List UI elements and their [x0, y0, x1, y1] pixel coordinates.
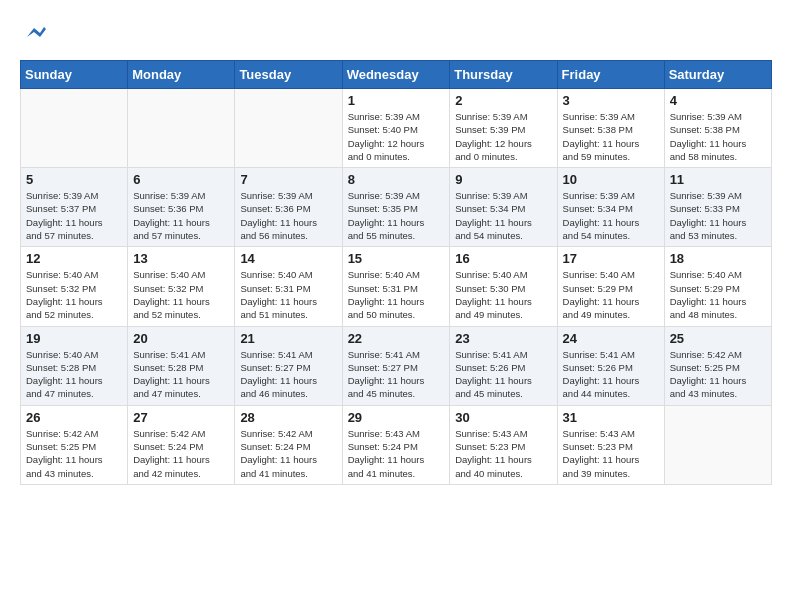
- day-info: Sunrise: 5:41 AM Sunset: 5:27 PM Dayligh…: [240, 348, 336, 401]
- day-info: Sunrise: 5:41 AM Sunset: 5:26 PM Dayligh…: [563, 348, 659, 401]
- calendar-cell: 20Sunrise: 5:41 AM Sunset: 5:28 PM Dayli…: [128, 326, 235, 405]
- calendar-cell: 5Sunrise: 5:39 AM Sunset: 5:37 PM Daylig…: [21, 168, 128, 247]
- calendar-cell: 2Sunrise: 5:39 AM Sunset: 5:39 PM Daylig…: [450, 89, 557, 168]
- day-number: 22: [348, 331, 445, 346]
- day-number: 30: [455, 410, 551, 425]
- calendar-cell: 18Sunrise: 5:40 AM Sunset: 5:29 PM Dayli…: [664, 247, 771, 326]
- day-number: 17: [563, 251, 659, 266]
- day-number: 31: [563, 410, 659, 425]
- day-number: 13: [133, 251, 229, 266]
- day-info: Sunrise: 5:39 AM Sunset: 5:36 PM Dayligh…: [133, 189, 229, 242]
- calendar-cell: 8Sunrise: 5:39 AM Sunset: 5:35 PM Daylig…: [342, 168, 450, 247]
- day-number: 27: [133, 410, 229, 425]
- calendar-cell: 19Sunrise: 5:40 AM Sunset: 5:28 PM Dayli…: [21, 326, 128, 405]
- calendar-cell: 26Sunrise: 5:42 AM Sunset: 5:25 PM Dayli…: [21, 405, 128, 484]
- calendar-cell: 21Sunrise: 5:41 AM Sunset: 5:27 PM Dayli…: [235, 326, 342, 405]
- logo-icon: [24, 20, 48, 44]
- calendar-cell: 23Sunrise: 5:41 AM Sunset: 5:26 PM Dayli…: [450, 326, 557, 405]
- calendar-week-row: 5Sunrise: 5:39 AM Sunset: 5:37 PM Daylig…: [21, 168, 772, 247]
- calendar-cell: 6Sunrise: 5:39 AM Sunset: 5:36 PM Daylig…: [128, 168, 235, 247]
- day-number: 29: [348, 410, 445, 425]
- day-info: Sunrise: 5:39 AM Sunset: 5:40 PM Dayligh…: [348, 110, 445, 163]
- calendar-week-row: 12Sunrise: 5:40 AM Sunset: 5:32 PM Dayli…: [21, 247, 772, 326]
- day-number: 8: [348, 172, 445, 187]
- day-info: Sunrise: 5:39 AM Sunset: 5:34 PM Dayligh…: [563, 189, 659, 242]
- day-info: Sunrise: 5:42 AM Sunset: 5:25 PM Dayligh…: [26, 427, 122, 480]
- day-info: Sunrise: 5:42 AM Sunset: 5:24 PM Dayligh…: [133, 427, 229, 480]
- day-number: 14: [240, 251, 336, 266]
- day-number: 28: [240, 410, 336, 425]
- column-header-friday: Friday: [557, 61, 664, 89]
- day-info: Sunrise: 5:40 AM Sunset: 5:31 PM Dayligh…: [348, 268, 445, 321]
- day-number: 10: [563, 172, 659, 187]
- calendar-cell: 15Sunrise: 5:40 AM Sunset: 5:31 PM Dayli…: [342, 247, 450, 326]
- calendar-cell: 13Sunrise: 5:40 AM Sunset: 5:32 PM Dayli…: [128, 247, 235, 326]
- page-header: [20, 20, 772, 44]
- calendar-cell: [128, 89, 235, 168]
- column-header-thursday: Thursday: [450, 61, 557, 89]
- day-info: Sunrise: 5:41 AM Sunset: 5:27 PM Dayligh…: [348, 348, 445, 401]
- calendar-cell: 4Sunrise: 5:39 AM Sunset: 5:38 PM Daylig…: [664, 89, 771, 168]
- calendar-cell: [664, 405, 771, 484]
- calendar-cell: 1Sunrise: 5:39 AM Sunset: 5:40 PM Daylig…: [342, 89, 450, 168]
- day-number: 1: [348, 93, 445, 108]
- day-info: Sunrise: 5:42 AM Sunset: 5:25 PM Dayligh…: [670, 348, 766, 401]
- logo: [20, 20, 48, 44]
- day-number: 11: [670, 172, 766, 187]
- day-info: Sunrise: 5:42 AM Sunset: 5:24 PM Dayligh…: [240, 427, 336, 480]
- calendar-cell: 24Sunrise: 5:41 AM Sunset: 5:26 PM Dayli…: [557, 326, 664, 405]
- calendar-cell: 29Sunrise: 5:43 AM Sunset: 5:24 PM Dayli…: [342, 405, 450, 484]
- calendar-cell: 11Sunrise: 5:39 AM Sunset: 5:33 PM Dayli…: [664, 168, 771, 247]
- day-number: 16: [455, 251, 551, 266]
- calendar-cell: 7Sunrise: 5:39 AM Sunset: 5:36 PM Daylig…: [235, 168, 342, 247]
- calendar-week-row: 19Sunrise: 5:40 AM Sunset: 5:28 PM Dayli…: [21, 326, 772, 405]
- column-header-wednesday: Wednesday: [342, 61, 450, 89]
- calendar-cell: 9Sunrise: 5:39 AM Sunset: 5:34 PM Daylig…: [450, 168, 557, 247]
- column-header-saturday: Saturday: [664, 61, 771, 89]
- calendar-cell: 28Sunrise: 5:42 AM Sunset: 5:24 PM Dayli…: [235, 405, 342, 484]
- day-info: Sunrise: 5:40 AM Sunset: 5:30 PM Dayligh…: [455, 268, 551, 321]
- day-info: Sunrise: 5:39 AM Sunset: 5:36 PM Dayligh…: [240, 189, 336, 242]
- day-number: 2: [455, 93, 551, 108]
- day-info: Sunrise: 5:39 AM Sunset: 5:37 PM Dayligh…: [26, 189, 122, 242]
- day-number: 18: [670, 251, 766, 266]
- calendar-header-row: SundayMondayTuesdayWednesdayThursdayFrid…: [21, 61, 772, 89]
- calendar-cell: 25Sunrise: 5:42 AM Sunset: 5:25 PM Dayli…: [664, 326, 771, 405]
- day-info: Sunrise: 5:43 AM Sunset: 5:24 PM Dayligh…: [348, 427, 445, 480]
- column-header-sunday: Sunday: [21, 61, 128, 89]
- day-number: 6: [133, 172, 229, 187]
- calendar-cell: 12Sunrise: 5:40 AM Sunset: 5:32 PM Dayli…: [21, 247, 128, 326]
- column-header-monday: Monday: [128, 61, 235, 89]
- day-info: Sunrise: 5:40 AM Sunset: 5:32 PM Dayligh…: [133, 268, 229, 321]
- day-number: 12: [26, 251, 122, 266]
- day-number: 3: [563, 93, 659, 108]
- day-info: Sunrise: 5:40 AM Sunset: 5:29 PM Dayligh…: [563, 268, 659, 321]
- calendar-cell: 14Sunrise: 5:40 AM Sunset: 5:31 PM Dayli…: [235, 247, 342, 326]
- calendar-cell: 17Sunrise: 5:40 AM Sunset: 5:29 PM Dayli…: [557, 247, 664, 326]
- day-number: 20: [133, 331, 229, 346]
- day-number: 7: [240, 172, 336, 187]
- calendar-week-row: 26Sunrise: 5:42 AM Sunset: 5:25 PM Dayli…: [21, 405, 772, 484]
- day-info: Sunrise: 5:40 AM Sunset: 5:29 PM Dayligh…: [670, 268, 766, 321]
- calendar-cell: 30Sunrise: 5:43 AM Sunset: 5:23 PM Dayli…: [450, 405, 557, 484]
- column-header-tuesday: Tuesday: [235, 61, 342, 89]
- day-number: 4: [670, 93, 766, 108]
- day-number: 19: [26, 331, 122, 346]
- day-info: Sunrise: 5:41 AM Sunset: 5:28 PM Dayligh…: [133, 348, 229, 401]
- calendar-cell: 16Sunrise: 5:40 AM Sunset: 5:30 PM Dayli…: [450, 247, 557, 326]
- day-number: 15: [348, 251, 445, 266]
- day-info: Sunrise: 5:40 AM Sunset: 5:31 PM Dayligh…: [240, 268, 336, 321]
- calendar-cell: 3Sunrise: 5:39 AM Sunset: 5:38 PM Daylig…: [557, 89, 664, 168]
- calendar-table: SundayMondayTuesdayWednesdayThursdayFrid…: [20, 60, 772, 485]
- calendar-cell: [21, 89, 128, 168]
- day-info: Sunrise: 5:43 AM Sunset: 5:23 PM Dayligh…: [455, 427, 551, 480]
- day-info: Sunrise: 5:39 AM Sunset: 5:38 PM Dayligh…: [670, 110, 766, 163]
- day-info: Sunrise: 5:39 AM Sunset: 5:39 PM Dayligh…: [455, 110, 551, 163]
- calendar-cell: 27Sunrise: 5:42 AM Sunset: 5:24 PM Dayli…: [128, 405, 235, 484]
- calendar-cell: 22Sunrise: 5:41 AM Sunset: 5:27 PM Dayli…: [342, 326, 450, 405]
- day-info: Sunrise: 5:41 AM Sunset: 5:26 PM Dayligh…: [455, 348, 551, 401]
- day-info: Sunrise: 5:39 AM Sunset: 5:33 PM Dayligh…: [670, 189, 766, 242]
- day-info: Sunrise: 5:39 AM Sunset: 5:35 PM Dayligh…: [348, 189, 445, 242]
- day-info: Sunrise: 5:40 AM Sunset: 5:32 PM Dayligh…: [26, 268, 122, 321]
- day-number: 9: [455, 172, 551, 187]
